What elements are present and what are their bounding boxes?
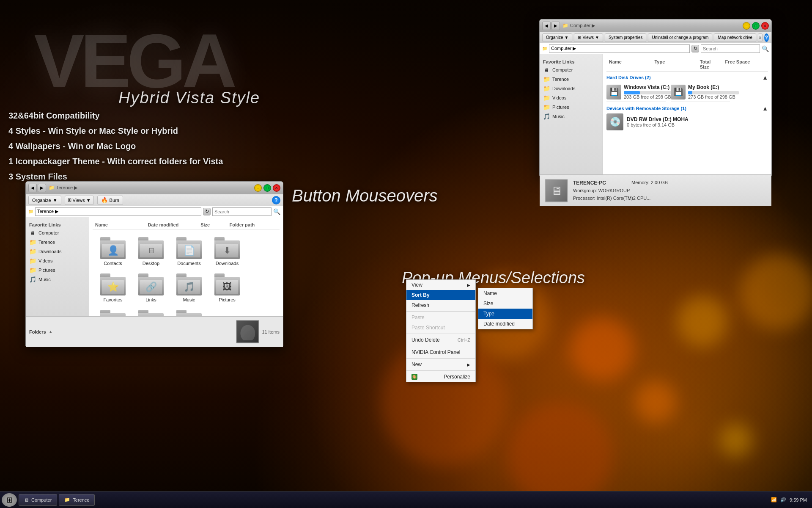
terence-item-count: 11 items <box>262 329 280 334</box>
terence-window: ◀ ▶ 📁 Terence ▶ − □ ✕ Organize ▼ ⊞ Views… <box>25 181 283 346</box>
sidebar-item-pictures[interactable]: 📁 Pictures <box>540 102 603 112</box>
folder-links[interactable]: 🔗 Links <box>134 272 168 304</box>
computer-help-button[interactable]: ? <box>764 33 769 42</box>
terence-search-input[interactable] <box>212 207 272 216</box>
ctx-sep-5 <box>406 370 475 371</box>
ctx-sort-by[interactable]: Sort By <box>406 290 475 300</box>
computer-refresh-btn[interactable]: ↻ <box>691 45 699 52</box>
videos-sidebar-icon: 📁 <box>543 94 550 101</box>
computer-address-input[interactable] <box>549 44 690 53</box>
computer-search-input[interactable] <box>701 44 760 53</box>
col-free-space[interactable]: Free Space <box>723 58 768 70</box>
folder-searches[interactable]: 🔍 Searches <box>134 308 168 316</box>
terence-nav-arrows: ◀ ▶ <box>28 184 46 192</box>
terence-search-icon[interactable]: 🔍 <box>273 208 280 215</box>
dvd-drive[interactable]: 💿 DVD RW Drive (D:) MOHA 0 bytes free of… <box>606 113 768 130</box>
folder-downloads[interactable]: ⬇ Downloads <box>210 235 244 268</box>
terence-burn-btn[interactable]: 🔥 Burn <box>97 196 123 205</box>
drive-e[interactable]: 💾 My Book (E:) 273 GB free of 298 GB <box>671 83 730 102</box>
computer-fwd-btn[interactable]: ▶ <box>551 22 560 30</box>
burn-icon: 🔥 <box>101 197 108 203</box>
col-type[interactable]: Type <box>652 58 697 70</box>
folder-pictures[interactable]: 🖼 Pictures <box>210 272 244 304</box>
map-network-button[interactable]: Map network drive <box>714 33 756 42</box>
sidebar-item-computer[interactable]: 🖥 Computer <box>540 65 603 75</box>
drive-c[interactable]: 💾 Windows Vista (C:) 203 GB free of 298 … <box>606 83 666 102</box>
terence-fwd-btn[interactable]: ▶ <box>38 184 46 192</box>
terence-close-btn[interactable]: ✕ <box>273 184 280 192</box>
terence-folder-icon: 📁 <box>29 239 36 246</box>
terence-organize-btn[interactable]: Organize ▼ <box>28 196 61 205</box>
submenu-type[interactable]: Type <box>478 309 532 319</box>
ctx-undo-delete[interactable]: Undo Delete Ctrl+Z <box>406 335 475 345</box>
ctx-nvidia[interactable]: NVIDIA Control Panel <box>406 347 475 357</box>
terence-content: Favorite Links 🖥 Computer 📁 Terence 📁 Do… <box>26 217 283 316</box>
terence-sidebar-icon: 📁 <box>543 76 550 83</box>
computer-back-btn[interactable]: ◀ <box>542 22 551 30</box>
folder-music[interactable]: 🎵 Music <box>172 272 206 304</box>
terence-sidebar-terence[interactable]: 📁 Terence <box>26 237 89 247</box>
col-name[interactable]: Name <box>606 58 652 70</box>
terence-window-controls: − □ ✕ <box>254 184 280 192</box>
computer-close-btn[interactable]: ✕ <box>761 22 769 30</box>
taskbar-terence-icon: 📁 <box>64 497 70 502</box>
taskbar: ⊞ 🖥 Computer 📁 Terence 📶 🔊 9:59 PM <box>0 491 812 508</box>
terence-col-date[interactable]: Date modified <box>145 221 198 228</box>
terence-sidebar-downloads[interactable]: 📁 Downloads <box>26 247 89 256</box>
folder-favorites[interactable]: ⭐ Favorites <box>96 272 130 304</box>
taskbar-terence[interactable]: 📁 Terence <box>59 494 95 506</box>
computer-maximize-btn[interactable]: □ <box>752 22 760 30</box>
terence-pictures-icon: 📁 <box>29 267 36 273</box>
more-options-button[interactable]: » <box>758 33 763 42</box>
terence-maximize-btn[interactable]: □ <box>263 184 271 192</box>
terence-downloads-icon: 📁 <box>29 248 36 255</box>
computer-minimize-btn[interactable]: − <box>743 22 750 30</box>
terence-minimize-btn[interactable]: − <box>254 184 262 192</box>
folder-contacts[interactable]: 👤 Contacts <box>96 235 130 268</box>
sidebar-item-terence[interactable]: 📁 Terence <box>540 75 603 84</box>
terence-views-btn[interactable]: ⊞ Views ▼ <box>65 196 94 205</box>
col-total-size[interactable]: Total Size <box>697 58 723 70</box>
computer-system-toolbar: Organize ▼ ⊞ Views ▼ System properties U… <box>540 32 771 43</box>
computer-search-icon[interactable]: 🔍 <box>762 45 769 52</box>
start-button[interactable]: ⊞ <box>2 493 17 507</box>
terence-col-size[interactable]: Size <box>198 221 227 228</box>
terence-sidebar-pictures[interactable]: 📁 Pictures <box>26 265 89 275</box>
ctx-view[interactable]: View ▶ <box>406 280 475 290</box>
submenu-name[interactable]: Name <box>478 288 532 298</box>
computer-main: Name Type Total Size Free Space Hard Dis… <box>603 54 771 174</box>
organize-button[interactable]: Organize ▼ <box>542 33 572 42</box>
ctx-undo-shortcut: Ctrl+Z <box>458 337 470 342</box>
sidebar-item-music[interactable]: 🎵 Music <box>540 112 603 121</box>
submenu-size[interactable]: Size <box>478 298 532 309</box>
uninstall-programs-button[interactable]: Uninstall or change a program <box>648 33 712 42</box>
taskbar-computer-icon: 🖥 <box>24 497 29 502</box>
sidebar-item-downloads[interactable]: 📁 Downloads <box>540 84 603 93</box>
terence-col-name[interactable]: Name <box>93 221 145 228</box>
system-properties-button[interactable]: System properties <box>605 33 647 42</box>
taskbar-computer[interactable]: 🖥 Computer <box>19 494 57 506</box>
terence-address-input[interactable] <box>35 207 201 216</box>
folders-collapse-arrow[interactable]: ▲ <box>49 329 53 334</box>
terence-back-btn[interactable]: ◀ <box>28 184 37 192</box>
computer-path: Computer ▶ <box>570 23 595 28</box>
terence-sidebar-music[interactable]: 🎵 Music <box>26 275 89 284</box>
sidebar-item-videos[interactable]: 📁 Videos <box>540 93 603 102</box>
folder-documents[interactable]: 📄 Documents <box>172 235 206 268</box>
views-button[interactable]: ⊞ Views ▼ <box>574 33 603 42</box>
terence-path: Terence ▶ <box>56 185 77 190</box>
terence-sidebar: Favorite Links 🖥 Computer 📁 Terence 📁 Do… <box>26 217 89 316</box>
terence-sidebar-computer[interactable]: 🖥 Computer <box>26 228 89 237</box>
submenu-date-modified[interactable]: Date modified <box>478 319 532 329</box>
folder-videos[interactable]: 🎬 Videos <box>172 308 206 316</box>
tray-network-icon: 📶 <box>771 497 777 502</box>
folder-saved-games[interactable]: 🎮 Saved Games <box>96 308 130 316</box>
terence-sidebar-videos[interactable]: 📁 Videos <box>26 256 89 265</box>
ctx-new[interactable]: New ▶ <box>406 359 475 370</box>
terence-help-button[interactable]: ? <box>272 196 280 204</box>
ctx-refresh[interactable]: Refresh <box>406 300 475 310</box>
terence-refresh-btn[interactable]: ↻ <box>203 208 211 215</box>
terence-col-path[interactable]: Folder path <box>227 221 280 228</box>
folder-desktop[interactable]: 🖥 Desktop <box>134 235 168 268</box>
ctx-personalize[interactable]: 🎨 Personalize <box>406 372 475 382</box>
